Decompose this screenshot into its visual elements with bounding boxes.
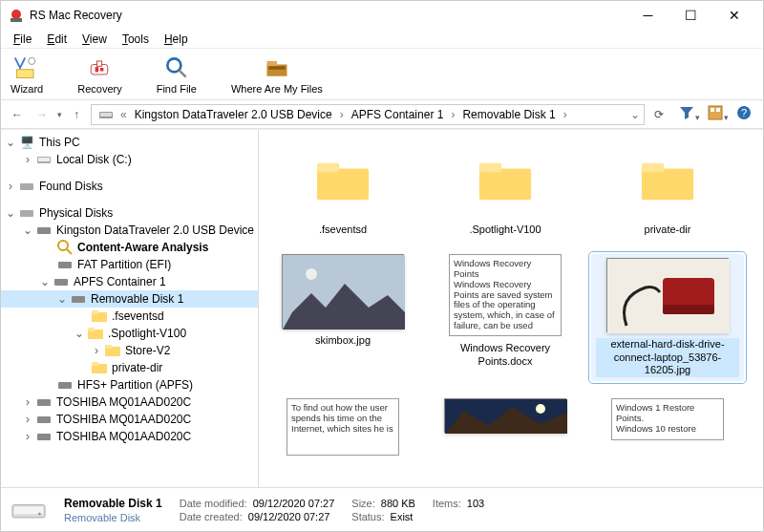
folder-private-dir[interactable]: private-dir bbox=[591, 143, 744, 237]
chevron-icon[interactable]: › bbox=[562, 108, 569, 121]
menubar: File Edit View Tools Help bbox=[1, 30, 763, 49]
chevron-icon[interactable]: › bbox=[449, 108, 456, 121]
tree-store-v2[interactable]: ›Store-V2 bbox=[1, 342, 258, 359]
tree-toshiba-3[interactable]: ›TOSHIBA MQ01AAD020C bbox=[1, 428, 258, 445]
maximize-button[interactable]: ☐ bbox=[669, 2, 712, 29]
where-are-my-files-button[interactable]: Where Are My Files bbox=[231, 54, 323, 95]
titlebar: RS Mac Recovery ─ ☐ ✕ bbox=[1, 1, 763, 30]
minimize-button[interactable]: ─ bbox=[626, 2, 669, 29]
tree-fat-partition[interactable]: FAT Partition (EFI) bbox=[1, 256, 258, 273]
wizard-button[interactable]: Wizard bbox=[11, 54, 43, 95]
view-options-icon[interactable]: ▾ bbox=[708, 105, 729, 123]
tree-toshiba-1[interactable]: ›TOSHIBA MQ01AAD020C bbox=[1, 394, 258, 411]
svg-point-3 bbox=[29, 57, 35, 64]
tree-apfs-container[interactable]: ⌄APFS Container 1 bbox=[1, 273, 258, 290]
file-grid[interactable]: .fseventsd .Spotlight-V100 private-dir s… bbox=[259, 130, 763, 487]
folder-fseventsd[interactable]: .fseventsd bbox=[266, 143, 419, 237]
nav-back[interactable]: ← bbox=[7, 104, 28, 125]
status-name: Removable Disk 1 bbox=[64, 497, 162, 510]
folder-spotlight[interactable]: .Spotlight-V100 bbox=[429, 143, 582, 237]
chevron-icon[interactable]: « bbox=[118, 108, 129, 121]
status-items-value: 103 bbox=[467, 498, 484, 509]
tree-toshiba-2[interactable]: ›TOSHIBA MQ01AAD020C bbox=[1, 411, 258, 428]
svg-rect-11 bbox=[266, 61, 277, 66]
nav-up[interactable]: ↑ bbox=[66, 104, 87, 125]
menu-file[interactable]: File bbox=[7, 31, 38, 48]
tree-label: Found Disks bbox=[37, 180, 103, 193]
svg-line-9 bbox=[179, 70, 185, 76]
menu-help[interactable]: Help bbox=[158, 31, 195, 48]
refresh-button[interactable]: ⟳ bbox=[648, 104, 669, 125]
menu-tools[interactable]: Tools bbox=[116, 31, 156, 48]
close-button[interactable]: ✕ bbox=[712, 2, 755, 29]
file-windows-recovery-doc[interactable]: Windows Recovery Points Windows Recovery… bbox=[429, 254, 582, 381]
tree-local-disk[interactable]: ›Local Disk (C:) bbox=[1, 151, 258, 168]
svg-rect-22 bbox=[20, 183, 33, 190]
help-icon[interactable]: ? bbox=[736, 105, 752, 123]
svg-rect-33 bbox=[88, 328, 95, 331]
status-size-value: 880 KB bbox=[381, 498, 415, 509]
breadcrumb-container[interactable]: APFS Container 1 bbox=[348, 108, 448, 121]
status-created-value: 09/12/2020 07:27 bbox=[248, 511, 330, 522]
svg-rect-29 bbox=[72, 296, 85, 303]
tree-label: APFS Container 1 bbox=[72, 275, 166, 288]
chevron-icon[interactable]: › bbox=[338, 108, 346, 121]
tree-spotlight[interactable]: ⌄.Spotlight-V100 bbox=[1, 325, 258, 342]
image-thumbnail bbox=[606, 258, 729, 332]
svg-rect-7 bbox=[100, 68, 104, 72]
tree-found-disks[interactable]: ›Found Disks bbox=[1, 178, 258, 195]
tree-removable-disk[interactable]: ⌄Removable Disk 1 bbox=[1, 290, 258, 308]
file-doc-preview-3[interactable]: Windows 1 Restore Points. Windows 10 res… bbox=[591, 398, 744, 456]
menu-edit[interactable]: Edit bbox=[40, 31, 74, 48]
tree-label: HFS+ Partition (APFS) bbox=[75, 378, 193, 392]
nav-forward[interactable]: → bbox=[32, 104, 53, 125]
svg-rect-52 bbox=[663, 305, 714, 314]
menu-view[interactable]: View bbox=[75, 31, 114, 48]
recovery-button[interactable]: Recovery bbox=[77, 54, 121, 95]
svg-rect-47 bbox=[642, 163, 664, 173]
svg-rect-1 bbox=[11, 18, 22, 22]
svg-text:?: ? bbox=[741, 107, 747, 118]
tree-kingston[interactable]: ⌄Kingston DataTraveler 2.0 USB Device bbox=[1, 222, 258, 239]
tree-content-aware[interactable]: Content-Aware Analysis bbox=[1, 239, 258, 256]
main-area: ⌄🖥️This PC ›Local Disk (C:) ›Found Disks… bbox=[1, 129, 763, 487]
magnifier-icon bbox=[57, 241, 73, 254]
svg-rect-28 bbox=[54, 279, 68, 286]
tree-panel[interactable]: ⌄🖥️This PC ›Local Disk (C:) ›Found Disks… bbox=[1, 130, 259, 487]
item-label: .fseventsd bbox=[319, 223, 367, 237]
file-doc-preview-2[interactable]: To find out how the user spends his time… bbox=[266, 398, 419, 456]
status-items-label: Items: bbox=[433, 498, 461, 509]
tree-physical-disks[interactable]: ⌄Physical Disks bbox=[1, 204, 258, 222]
tree-fseventsd[interactable]: .fseventsd bbox=[1, 308, 258, 325]
find-file-label: Find File bbox=[157, 83, 197, 95]
drive-icon bbox=[71, 292, 86, 306]
svg-rect-43 bbox=[317, 163, 339, 173]
doc-preview: Windows 1 Restore Points. Windows 10 res… bbox=[611, 398, 724, 440]
drive-icon bbox=[11, 498, 47, 522]
filter-icon[interactable]: ▾ bbox=[679, 105, 700, 123]
drive-icon bbox=[57, 258, 73, 271]
file-image-3[interactable] bbox=[429, 398, 582, 456]
find-file-button[interactable]: Find File bbox=[157, 54, 197, 95]
nav-history-drop[interactable]: ▾ bbox=[56, 110, 62, 119]
breadcrumb-device[interactable]: Kingston DataTraveler 2.0 USB Device bbox=[131, 108, 336, 121]
tree-label: Removable Disk 1 bbox=[89, 292, 183, 306]
svg-point-0 bbox=[11, 10, 21, 19]
tree-this-pc[interactable]: ⌄🖥️This PC bbox=[1, 134, 258, 151]
monitor-icon: 🖥️ bbox=[19, 136, 34, 149]
svg-point-25 bbox=[58, 241, 68, 250]
where-label: Where Are My Files bbox=[231, 83, 323, 95]
statusbar: Removable Disk 1 Removable Disk Date mod… bbox=[1, 487, 763, 531]
tree-label: TOSHIBA MQ01AAD020C bbox=[54, 395, 191, 409]
file-external-hdd-image[interactable]: external-hard-disk-drive-connect-laptop_… bbox=[591, 254, 744, 381]
breadcrumb[interactable]: « Kingston DataTraveler 2.0 USB Device ›… bbox=[91, 104, 645, 125]
svg-rect-21 bbox=[38, 158, 50, 161]
file-skimbox[interactable]: skimbox.jpg bbox=[266, 254, 419, 381]
tree-private-dir[interactable]: private-dir bbox=[1, 359, 258, 376]
svg-rect-46 bbox=[642, 168, 693, 200]
breadcrumb-disk[interactable]: Removable Disk 1 bbox=[458, 108, 559, 121]
drive-icon bbox=[19, 180, 34, 193]
tree-hfs-partition[interactable]: HFS+ Partition (APFS) bbox=[1, 376, 258, 394]
drive-icon bbox=[36, 430, 52, 443]
breadcrumb-dropdown[interactable]: ⌄ bbox=[630, 108, 640, 121]
